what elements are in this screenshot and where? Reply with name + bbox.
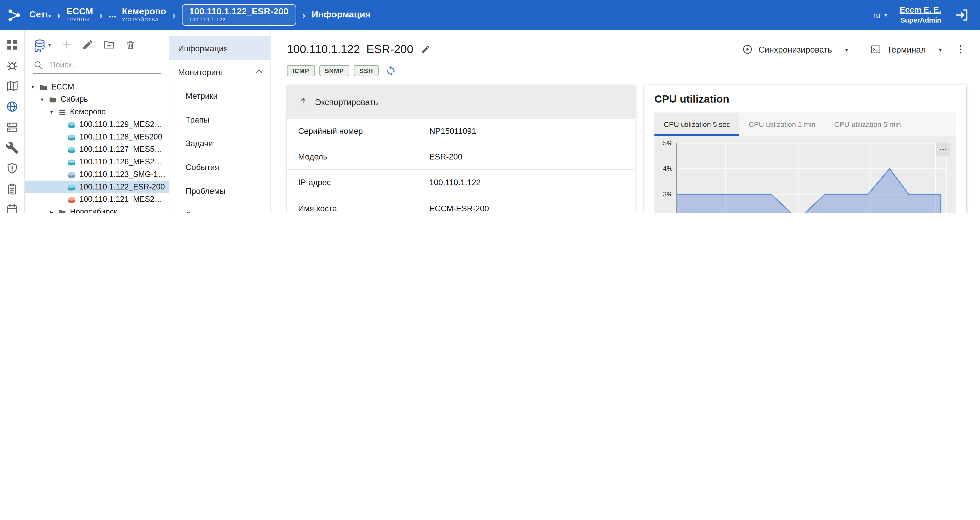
more-actions-button[interactable] [955, 44, 966, 55]
menu-item-monitoring[interactable]: Мониторинг [169, 60, 270, 84]
search-icon [33, 60, 43, 70]
rail-item-devices[interactable] [6, 121, 19, 134]
device-icon [67, 183, 76, 191]
tree-item[interactable]: 100.110.1.121_MES2124... [25, 193, 169, 206]
menu-item-events[interactable]: События [169, 155, 270, 179]
breadcrumb-network[interactable]: Сеть [29, 10, 51, 20]
device-header: 100.110.1.122_ESR-200 Синхронизировать ▾ [271, 30, 980, 79]
chevron-down-icon: ▾ [48, 41, 51, 48]
rail-item-alerts[interactable] [6, 162, 19, 175]
logout-button[interactable] [954, 8, 970, 22]
rail-item-tools[interactable] [6, 141, 19, 154]
add-device-button[interactable] [60, 39, 72, 51]
servers-icon [6, 121, 19, 134]
menu-item-tasks[interactable]: Задачи [169, 131, 270, 155]
user-role: SuperAdmin [900, 16, 941, 25]
charts-column: CPU utilization CPU utilization 5 secCPU… [644, 85, 966, 214]
info-row: Имя хостаECCM-ESR-200 [287, 196, 635, 213]
sync-dropdown-button[interactable]: ▾ [838, 41, 855, 57]
tree-item-label: ЕССМ [51, 83, 74, 91]
rail-item-calendar[interactable] [6, 203, 19, 213]
cpu-tab-2[interactable]: CPU utilization 5 min [825, 113, 910, 136]
cpu-chart-more-button[interactable] [936, 143, 950, 156]
info-row: IP-адрес100.110.1.122 [287, 170, 635, 196]
tree-item[interactable]: 100.110.1.126_MES2428 ... [25, 156, 169, 168]
play-circle-icon [741, 44, 753, 55]
tree-item-label: 100.110.1.129_MES2424... [80, 120, 166, 129]
info-row-label: Серийный номер [298, 126, 430, 137]
menu-item-traps[interactable]: Трапы [169, 107, 270, 131]
cpu-chart: 0%1%2%3%4%5%14:4515:0015:1515:30 [654, 136, 956, 213]
group-icon [57, 108, 67, 116]
rail-item-maps[interactable] [6, 80, 19, 93]
tree-item[interactable]: ▾Кемерово [25, 106, 169, 118]
breadcrumb-collapsed[interactable]: ... [109, 10, 116, 20]
search-input[interactable] [49, 60, 161, 70]
tree-item[interactable]: 100.110.1.128_ME5200 [25, 131, 169, 143]
info-row-value: ESR-200 [430, 151, 624, 163]
tree-caret-icon[interactable]: ▾ [40, 96, 45, 102]
tree-item[interactable]: 100.110.1.127_MES5316A [25, 143, 169, 156]
cpu-tab-1[interactable]: CPU utilization 1 min [740, 113, 825, 136]
cpu-tab-0[interactable]: CPU utilization 5 sec [654, 113, 740, 136]
rail-item-tasks[interactable] [6, 183, 19, 196]
menu-item-label: Проблемы [186, 186, 225, 195]
tree-item[interactable]: ▸Новосибирск [25, 206, 169, 213]
clipboard-icon [6, 183, 19, 196]
language-selector[interactable]: ru ▾ [873, 10, 887, 20]
terminal-button[interactable]: Терминал [865, 40, 931, 59]
eccm-app: Сеть › ЕССМ ГРУППЫ › ... Кемерово УСТРОЙ… [0, 0, 980, 213]
cpu-card: CPU utilization CPU utilization 5 secCPU… [644, 85, 966, 214]
user-menu[interactable]: Eccm E. E. SuperAdmin [900, 5, 941, 25]
polling-interval-button[interactable]: 1m ▾ [33, 38, 51, 51]
device-icon [67, 145, 76, 153]
menu-item-label: Метрики [186, 91, 218, 100]
tree-item[interactable]: ▾Сибирь [25, 93, 169, 106]
folder-icon [57, 208, 67, 213]
sync-button[interactable]: Синхронизировать [737, 40, 837, 59]
menu-item-metrics[interactable]: Метрики [169, 84, 270, 108]
device-icon [67, 158, 76, 166]
menu-item-problems[interactable]: Проблемы [169, 179, 270, 203]
menu-item-logs[interactable]: Логи [169, 203, 270, 213]
tree-caret-icon[interactable]: ▾ [30, 84, 36, 90]
info-rows: Серийный номерNP15011091МодельESR-200IP-… [287, 119, 635, 213]
breadcrumb-group[interactable]: ЕССМ ГРУППЫ [67, 7, 93, 23]
info-row-value: 100.110.1.122 [430, 177, 624, 188]
tree-caret-icon[interactable]: ▾ [49, 109, 54, 115]
breadcrumb-city[interactable]: Кемерово УСТРОЙСТВА [122, 7, 166, 23]
tree-item[interactable]: 100.110.1.123_SMG-1016... [25, 168, 169, 181]
refresh-protocols-button[interactable] [385, 65, 396, 76]
tree-item[interactable]: ▾ЕССМ [25, 81, 169, 93]
edit-title-button[interactable] [421, 45, 431, 54]
rail-item-network[interactable] [6, 100, 19, 113]
breadcrumb-device-active[interactable]: 100.110.1.122_ESR-200 100.110.1.122 [182, 5, 296, 26]
export-button[interactable]: Экспортировать [298, 97, 378, 107]
tree-caret-icon[interactable]: ▸ [49, 209, 54, 213]
delete-node-button[interactable] [124, 39, 136, 51]
device-icon [67, 120, 76, 128]
main-content: 100.110.1.122_ESR-200 Синхронизировать ▾ [271, 30, 980, 213]
edit-node-button[interactable] [81, 39, 93, 51]
tree-item-label: Новосибирск [70, 207, 117, 213]
wrench-icon [6, 141, 19, 154]
upload-icon [298, 97, 308, 107]
page-title: 100.110.1.122_ESR-200 [287, 43, 413, 56]
terminal-dropdown-button[interactable]: ▾ [932, 41, 949, 57]
tree-item[interactable]: 100.110.1.122_ESR-200 [25, 180, 169, 193]
protocol-chip-ssh: SSH [354, 65, 379, 77]
protocol-chip-snmp: SNMP [319, 65, 349, 77]
svg-text:4%: 4% [663, 165, 672, 172]
menu-item-information[interactable]: Информация [169, 36, 270, 60]
add-folder-button[interactable] [103, 39, 115, 51]
menu-item-label: Задачи [186, 139, 213, 148]
rail-item-monitoring[interactable] [6, 59, 19, 72]
breadcrumb-page[interactable]: Информация [312, 10, 371, 20]
folder-icon [48, 96, 58, 104]
info-row-label: Модель [298, 151, 430, 163]
info-row-value: NP15011091 [430, 126, 624, 137]
device-icon [67, 133, 76, 141]
tree-item[interactable]: 100.110.1.129_MES2424... [25, 118, 169, 131]
rail-item-dashboard[interactable] [6, 38, 19, 51]
tree-item-label: 100.110.1.121_MES2124... [80, 195, 166, 204]
